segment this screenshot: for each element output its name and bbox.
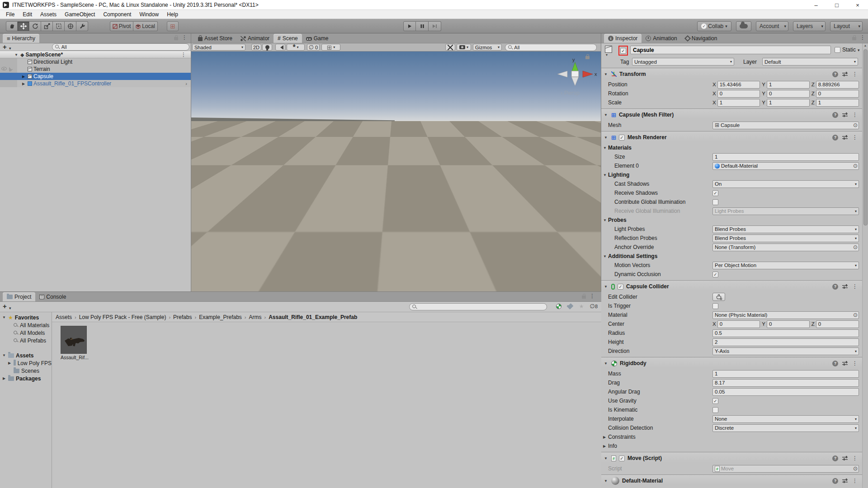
menu-edit[interactable]: Edit xyxy=(19,10,36,19)
hand-tool-button[interactable] xyxy=(6,21,18,31)
breadcrumb-item-example-prefabs[interactable]: Example_Prefabs xyxy=(199,314,242,320)
object-field-element-0[interactable]: Default-Material xyxy=(712,162,859,170)
axis-y-field[interactable]: 0 xyxy=(767,320,810,328)
layer-dropdown[interactable]: Default▾ xyxy=(762,58,858,66)
help-icon[interactable] xyxy=(832,284,838,290)
edit-collider-button[interactable] xyxy=(712,293,725,301)
breadcrumb-item-low-poly-fps-pack-free-sample[interactable]: Low Poly FPS Pack - Free (Sample) xyxy=(79,314,166,320)
kebab-menu-icon[interactable] xyxy=(860,35,865,40)
help-icon[interactable] xyxy=(832,112,838,118)
kebab-menu-icon[interactable] xyxy=(852,455,858,461)
project-tree-item-all-prefabs[interactable]: All Prefabs xyxy=(0,337,52,344)
foldout-arrow-icon[interactable]: ▶ xyxy=(21,75,26,79)
axis-z-field[interactable]: 0 xyxy=(816,320,859,328)
property-row-drag[interactable]: Drag8.17 xyxy=(601,378,862,387)
menu-window[interactable]: Window xyxy=(135,10,163,19)
breadcrumb-item-prefabs[interactable]: Prefabs xyxy=(173,314,192,320)
play-button[interactable] xyxy=(403,21,416,31)
property-row-position[interactable]: PositionX15.43466Y1Z8.889266 xyxy=(601,80,862,89)
dropdown-direction[interactable]: Y-Axis▾ xyxy=(712,347,859,355)
project-tree-item-all-models[interactable]: All Models xyxy=(0,329,52,337)
foldout-arrow-icon[interactable]: ▼ xyxy=(603,173,607,177)
create-button[interactable] xyxy=(3,43,7,50)
section-materials[interactable]: ▼Materials xyxy=(601,143,862,152)
value-field[interactable]: 0.05 xyxy=(712,388,859,396)
foldout-arrow-icon[interactable]: ▼ xyxy=(2,315,6,319)
section-info[interactable]: ▶Info xyxy=(601,441,862,450)
property-row-angular-drag[interactable]: Angular Drag0.05 xyxy=(601,387,862,396)
property-row-script[interactable]: ScriptMove xyxy=(601,464,862,473)
breadcrumb-item-arms[interactable]: Arms xyxy=(249,314,262,320)
help-icon[interactable] xyxy=(832,478,838,484)
foldout-arrow-icon[interactable]: ▶ xyxy=(21,82,26,86)
project-tree-item-assets[interactable]: ▼Assets xyxy=(0,352,52,359)
axis-x-field[interactable]: 0 xyxy=(717,90,760,98)
static-checkbox[interactable] xyxy=(835,47,840,53)
foldout-arrow-icon[interactable]: ▶ xyxy=(603,444,606,448)
help-icon[interactable] xyxy=(832,71,838,77)
axis-z-field[interactable]: 8.889266 xyxy=(816,81,859,89)
component-header[interactable]: ▼Mesh Renderer xyxy=(601,131,862,143)
chevron-down-icon[interactable] xyxy=(9,305,11,310)
value-field[interactable]: 0.5 xyxy=(712,329,859,337)
pause-button[interactable] xyxy=(416,21,429,31)
effects-dropdown[interactable]: ▾ xyxy=(287,44,305,51)
section-additional-settings[interactable]: ▼Additional Settings xyxy=(601,252,862,261)
property-row-direction[interactable]: DirectionY-Axis▾ xyxy=(601,347,862,356)
component-enabled-checkbox[interactable] xyxy=(618,284,623,290)
presets-icon[interactable] xyxy=(842,135,848,140)
component-header[interactable]: ▼Default-Material xyxy=(601,475,862,487)
foldout-arrow-icon[interactable]: ▼ xyxy=(604,456,609,460)
dropdown-receive-global-illumination[interactable]: Light Probes▾ xyxy=(712,207,859,215)
property-row-size[interactable]: Size1 xyxy=(601,152,862,161)
foldout-arrow-icon[interactable]: ▼ xyxy=(2,353,6,357)
checkbox-is-trigger[interactable] xyxy=(712,303,718,309)
property-row-receive-shadows[interactable]: Receive Shadows xyxy=(601,188,862,197)
scene-tools-button[interactable] xyxy=(445,44,455,51)
presets-icon[interactable] xyxy=(842,112,848,117)
assault-rifle-thumbnail[interactable] xyxy=(61,326,87,354)
checkbox-receive-shadows[interactable] xyxy=(712,190,718,196)
property-row-dynamic-occlusion[interactable]: Dynamic Occlusion xyxy=(601,270,862,279)
value-field[interactable]: 1 xyxy=(712,153,859,161)
cloud-button[interactable] xyxy=(736,21,751,31)
section-constraints[interactable]: ▶Constraints xyxy=(601,432,862,441)
object-field-mesh[interactable]: Capsule xyxy=(712,122,859,129)
property-row-center[interactable]: CenterX0Y0Z0 xyxy=(601,319,862,328)
account-dropdown[interactable]: Account ▾ xyxy=(756,21,788,31)
hierarchy-row-samplescene[interactable]: ▼SampleScene* xyxy=(0,51,191,58)
menu-assets[interactable]: Assets xyxy=(36,10,61,19)
kebab-menu-icon[interactable] xyxy=(852,284,858,289)
scene-search-input[interactable] xyxy=(514,45,594,50)
move-tool-button[interactable] xyxy=(18,21,29,31)
property-row-receive-global-illumination[interactable]: Receive Global IlluminationLight Probes▾ xyxy=(601,206,862,216)
view-tab-scene[interactable]: Scene xyxy=(274,34,302,43)
foldout-arrow-icon[interactable]: ▼ xyxy=(604,361,609,366)
foldout-arrow-icon[interactable]: ▼ xyxy=(604,72,609,76)
foldout-arrow-icon[interactable]: ▼ xyxy=(603,146,607,150)
hierarchy-row-assault-rifle-01-fpscontroller[interactable]: ›▶Assault_Rifle_01_FPSController xyxy=(0,80,191,87)
inspector-tab-inspector[interactable]: Inspector xyxy=(604,34,642,43)
help-icon[interactable] xyxy=(832,455,838,461)
property-row-contribute-global-illumination[interactable]: Contribute Global Illumination xyxy=(601,197,862,206)
filter-by-label-icon[interactable] xyxy=(567,303,573,310)
property-row-material[interactable]: MaterialNone (Physic Material) xyxy=(601,310,862,319)
minimize-button[interactable]: – xyxy=(806,0,826,10)
property-row-is-trigger[interactable]: Is Trigger xyxy=(601,301,862,310)
value-field[interactable]: 1 xyxy=(712,370,859,378)
pivot-toggle-button[interactable]: Pivot xyxy=(110,21,133,31)
presets-icon[interactable] xyxy=(842,455,848,461)
project-tree-item-packages[interactable]: ▶Packages xyxy=(0,375,52,382)
layers-dropdown[interactable]: Layers ▾ xyxy=(793,21,826,31)
hierarchy-search[interactable] xyxy=(52,43,189,51)
presets-icon[interactable] xyxy=(842,361,848,366)
lock-icon[interactable] xyxy=(582,296,586,299)
property-row-mass[interactable]: Mass1 xyxy=(601,369,862,378)
foldout-arrow-icon[interactable]: ▼ xyxy=(603,218,607,222)
dropdown-cast-shadows[interactable]: On▾ xyxy=(712,180,859,188)
maximize-button[interactable]: □ xyxy=(826,0,847,10)
2d-toggle-button[interactable]: 2D xyxy=(251,44,261,51)
menu-help[interactable]: Help xyxy=(163,10,182,19)
foldout-arrow-icon[interactable]: ▼ xyxy=(604,136,609,140)
view-tab-animator[interactable]: Animator xyxy=(236,34,274,43)
